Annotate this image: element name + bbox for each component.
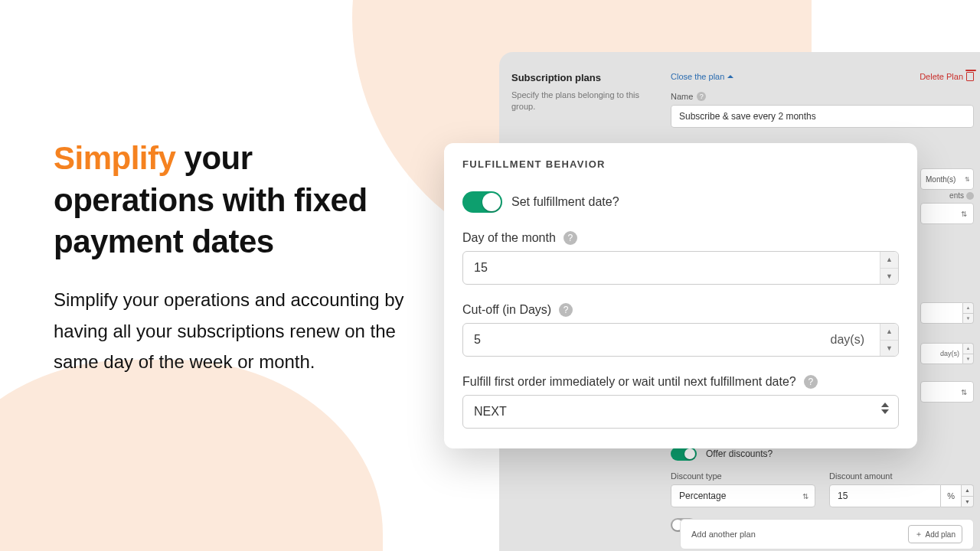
cutoff-value: 5 [474, 333, 481, 347]
edge-stepper-1: ▲▼ [920, 302, 974, 324]
name-label-row: Name ? [671, 92, 974, 101]
edge-months-select-row: Month(s) [920, 168, 974, 190]
percent-unit: % [941, 484, 962, 507]
edge-stepper-buttons[interactable]: ▲▼ [963, 302, 974, 324]
bg-blob-bottom [0, 360, 383, 551]
discount-type-select[interactable]: Percentage [671, 484, 815, 507]
ents-label: ents [949, 191, 964, 200]
discount-amount-input[interactable]: 15 [829, 484, 941, 507]
cutoff-input[interactable]: 5 day(s) ▲▼ [462, 323, 899, 357]
cutoff-unit: day(s) [831, 333, 887, 347]
close-plan-label: Close the plan [671, 72, 724, 81]
cutoff-stepper[interactable]: ▲▼ [880, 324, 898, 356]
discount-type-label: Discount type [671, 471, 815, 481]
add-plan-row: Add another plan ＋Add plan [680, 519, 974, 549]
edge-ents-row: ents [920, 191, 974, 224]
first-order-value: NEXT [474, 405, 507, 419]
edge-select-2 [920, 381, 974, 403]
interval-unit-select[interactable]: Month(s) [920, 168, 974, 190]
delete-plan-label: Delete Plan [920, 72, 963, 81]
edge-days-row: day(s)▲▼ [920, 343, 974, 364]
day-of-month-input[interactable]: 15 ▲▼ [462, 251, 899, 285]
edge-days-input[interactable]: day(s) [920, 343, 963, 364]
discount-amount-label: Discount amount [829, 471, 974, 481]
subscription-plans-hint: Specify the plans belonging to this grou… [511, 90, 657, 113]
discount-amount-stepper[interactable]: ▲▼ [962, 484, 974, 507]
headline: Simplify your operations with fixed paym… [54, 138, 413, 263]
edge-input-1[interactable] [920, 302, 963, 324]
day-of-month-label: Day of the month [462, 231, 556, 245]
first-order-select[interactable]: NEXT [462, 395, 899, 429]
add-another-plan-label: Add another plan [691, 530, 756, 539]
first-order-label: Fulfill first order immediately or wait … [462, 375, 796, 389]
fulfillment-behavior-title: FULFILLMENT BEHAVIOR [462, 158, 899, 170]
day-of-month-value: 15 [474, 261, 488, 275]
fulfillment-behavior-card: FULFILLMENT BEHAVIOR Set fulfillment dat… [444, 143, 917, 448]
close-plan-link[interactable]: Close the plan [671, 72, 733, 81]
help-icon[interactable]: ? [564, 231, 577, 245]
delete-plan-link[interactable]: Delete Plan [920, 72, 974, 81]
set-fulfillment-date-toggle[interactable] [462, 191, 502, 213]
add-plan-button-label: Add plan [926, 530, 956, 539]
trash-icon [966, 72, 974, 81]
cutoff-label: Cut-off (in Days) [462, 303, 551, 317]
ents-select[interactable] [920, 203, 974, 224]
day-of-month-stepper[interactable]: ▲▼ [880, 252, 898, 284]
help-icon[interactable]: ? [559, 303, 573, 317]
marketing-copy: Simplify your operations with fixed paym… [54, 138, 413, 378]
help-icon[interactable]: ? [697, 92, 706, 101]
headline-accent: Simplify [54, 140, 175, 176]
offer-discounts-toggle[interactable] [671, 447, 697, 461]
help-icon[interactable]: ? [804, 375, 818, 389]
plan-name-input[interactable]: Subscribe & save every 2 months [671, 105, 974, 128]
add-plan-button[interactable]: ＋Add plan [908, 525, 962, 543]
set-fulfillment-date-label: Set fulfillment date? [511, 195, 619, 209]
help-icon[interactable] [966, 192, 974, 200]
offer-discounts-label: Offer discounts? [706, 448, 773, 459]
edge-dropdown[interactable] [920, 381, 974, 403]
caret-up-icon [727, 75, 733, 78]
subheadline: Simplify your operations and accounting … [54, 285, 413, 378]
subscription-plans-heading: Subscription plans [511, 72, 657, 83]
name-label: Name [671, 92, 693, 101]
edge-stepper-buttons[interactable]: ▲▼ [963, 343, 974, 364]
